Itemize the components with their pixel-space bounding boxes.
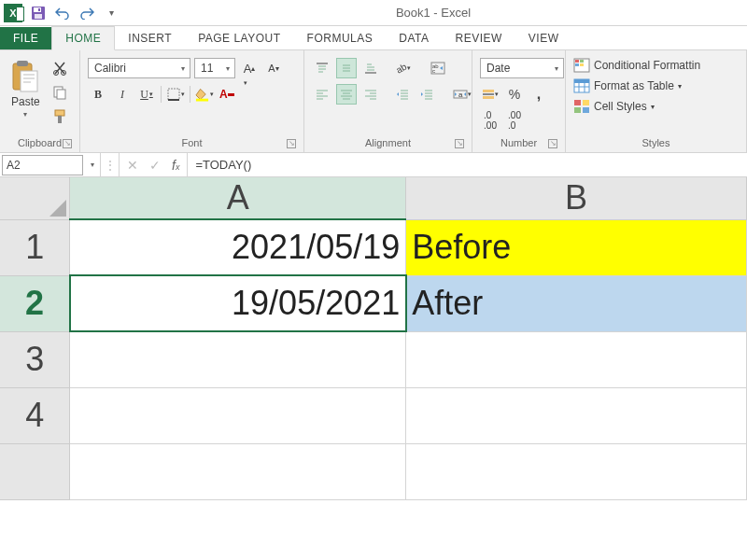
merge-center-icon[interactable]: a▾	[452, 84, 472, 105]
font-size-combo[interactable]: 11▾	[194, 58, 235, 78]
underline-button[interactable]: U▾	[136, 84, 157, 105]
tab-home[interactable]: HOME	[51, 26, 115, 50]
paste-dropdown-icon[interactable]: ▾	[23, 110, 27, 119]
align-left-icon[interactable]	[312, 84, 332, 105]
cell-b2[interactable]: After	[406, 275, 747, 331]
increase-indent-icon[interactable]	[416, 84, 437, 105]
name-box[interactable]: A2 ▾	[0, 153, 101, 176]
formula-input[interactable]: =TODAY()	[188, 153, 747, 176]
cut-icon[interactable]	[49, 58, 70, 78]
copy-icon[interactable]	[49, 82, 70, 103]
font-color-icon[interactable]: A▾	[218, 84, 239, 105]
tab-page-layout[interactable]: PAGE LAYOUT	[185, 27, 293, 49]
chevron-down-icon: ▾	[223, 64, 233, 73]
tab-view[interactable]: VIEW	[515, 27, 572, 49]
name-box-resize-icon[interactable]: ⋮	[101, 153, 120, 176]
paste-label: Paste	[11, 95, 40, 108]
tab-formulas[interactable]: FORMULAS	[294, 27, 387, 49]
svg-rect-40	[583, 107, 589, 113]
number-format-value: Date	[486, 62, 510, 75]
italic-button[interactable]: I	[112, 84, 133, 105]
cell-styles-button[interactable]: Cell Styles▾	[573, 99, 700, 114]
cell-b4[interactable]	[406, 387, 747, 443]
increase-decimal-icon[interactable]: .0.00	[480, 110, 500, 131]
cell-b1[interactable]: Before	[406, 219, 747, 275]
number-format-combo[interactable]: Date▾	[480, 58, 564, 78]
conditional-formatting-label: Conditional Formattin	[594, 59, 700, 72]
font-name-combo[interactable]: Calibri▾	[88, 58, 190, 78]
decrease-indent-icon[interactable]	[392, 84, 413, 105]
align-middle-icon[interactable]	[336, 58, 357, 78]
svg-rect-33	[574, 79, 589, 83]
alignment-dialog-icon[interactable]: ↘	[455, 139, 464, 148]
font-dialog-icon[interactable]: ↘	[287, 139, 296, 148]
row-header-3[interactable]: 3	[0, 331, 70, 387]
row-header-1[interactable]: 1	[0, 219, 70, 275]
column-header-a[interactable]: A	[70, 177, 406, 219]
svg-text:a: a	[458, 91, 463, 99]
styles-group-label: Styles	[642, 137, 670, 148]
decrease-font-icon[interactable]: A▾	[263, 58, 284, 78]
svg-rect-25	[483, 93, 494, 95]
chevron-down-icon: ▾	[178, 64, 188, 73]
cell-b5[interactable]	[406, 443, 747, 499]
row-header-4[interactable]: 4	[0, 387, 70, 443]
chevron-down-icon: ▾	[552, 64, 561, 73]
redo-icon[interactable]	[78, 5, 95, 21]
align-center-icon[interactable]	[336, 84, 357, 105]
format-as-table-button[interactable]: Format as Table▾	[573, 78, 700, 93]
name-box-value: A2	[7, 159, 21, 172]
clipboard-dialog-icon[interactable]: ↘	[63, 139, 72, 148]
comma-format-icon[interactable]: ,	[529, 84, 549, 105]
decrease-decimal-icon[interactable]: .00.0	[504, 110, 525, 131]
cell-a2[interactable]: 19/05/2021	[70, 275, 406, 331]
align-right-icon[interactable]	[360, 84, 381, 105]
alignment-group-label: Alignment	[365, 137, 411, 148]
svg-rect-3	[38, 8, 40, 11]
bold-button[interactable]: B	[88, 84, 108, 105]
percent-format-icon[interactable]: %	[504, 84, 525, 105]
save-icon[interactable]	[30, 5, 47, 21]
tab-insert[interactable]: INSERT	[115, 27, 185, 49]
select-all-corner[interactable]	[0, 177, 70, 219]
wrap-text-icon[interactable]: abc	[428, 58, 448, 78]
row-header-5[interactable]	[0, 443, 70, 499]
svg-rect-10	[57, 90, 65, 99]
formula-value: =TODAY()	[195, 158, 251, 172]
cancel-formula-icon[interactable]: ✕	[127, 158, 138, 173]
number-group-label: Number	[500, 137, 537, 148]
formula-bar: A2 ▾ ⋮ ✕ ✓ fx =TODAY()	[0, 153, 747, 177]
increase-font-icon[interactable]: A▴	[239, 58, 260, 78]
svg-rect-2	[35, 14, 42, 19]
qat-customize-icon[interactable]: ▾	[103, 5, 120, 21]
cell-a1[interactable]: 2021/05/19	[70, 219, 406, 275]
ribbon: Paste ▾ Clipboard↘ Calibri▾ 11▾ A▴ A▾ B …	[0, 50, 747, 153]
cell-a5[interactable]	[70, 443, 406, 499]
enter-formula-icon[interactable]: ✓	[149, 158, 161, 173]
spreadsheet-grid[interactable]: A B 1 2021/05/19 Before 2 19/05/2021 Aft…	[0, 177, 747, 500]
borders-icon[interactable]: ▾	[165, 84, 186, 105]
format-painter-icon[interactable]	[49, 106, 70, 127]
align-bottom-icon[interactable]	[360, 58, 381, 78]
column-header-b[interactable]: B	[406, 177, 747, 219]
accounting-format-icon[interactable]: ▾	[480, 84, 500, 105]
align-top-icon[interactable]	[312, 58, 332, 78]
tab-data[interactable]: DATA	[386, 27, 442, 49]
cell-b3[interactable]	[406, 331, 747, 387]
number-dialog-icon[interactable]: ↘	[548, 139, 557, 148]
conditional-formatting-button[interactable]: Conditional Formattin	[573, 58, 700, 73]
chevron-down-icon[interactable]: ▾	[85, 161, 100, 169]
tab-review[interactable]: REVIEW	[442, 27, 514, 49]
orientation-icon[interactable]: ab▾	[392, 58, 413, 78]
row-header-2[interactable]: 2	[0, 275, 70, 331]
fill-color-icon[interactable]: ▾	[194, 84, 215, 105]
svg-rect-29	[580, 60, 584, 63]
insert-function-icon[interactable]: fx	[172, 158, 179, 173]
cell-a3[interactable]	[70, 331, 406, 387]
svg-text:c: c	[432, 68, 435, 74]
svg-rect-13	[168, 89, 179, 100]
paste-button[interactable]: Paste ▾	[7, 58, 44, 120]
tab-file[interactable]: FILE	[0, 27, 51, 49]
cell-a4[interactable]	[70, 387, 406, 443]
undo-icon[interactable]	[54, 5, 71, 21]
